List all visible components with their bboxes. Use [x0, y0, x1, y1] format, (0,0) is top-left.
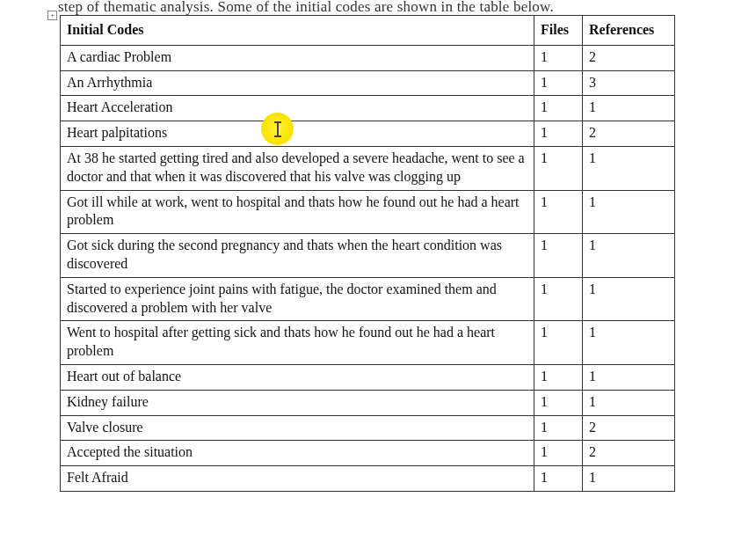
- cell-code: Got ill while at work, went to hospital …: [61, 190, 534, 234]
- cell-files: 1: [534, 121, 583, 147]
- cell-files: 1: [534, 415, 583, 441]
- cell-references: 1: [583, 390, 675, 415]
- cell-code: Heart palpitations: [61, 121, 534, 147]
- header-files: Files: [534, 16, 583, 46]
- table-row: Started to experience joint pains with f…: [61, 277, 675, 321]
- cell-files: 1: [534, 45, 583, 70]
- cell-code: Valve closure: [61, 415, 534, 441]
- cell-references: 1: [583, 364, 675, 390]
- cell-code: An Arrhythmia: [61, 70, 534, 96]
- cell-files: 1: [534, 96, 583, 121]
- expand-collapse-icon[interactable]: +: [47, 11, 57, 20]
- cell-code: Kidney failure: [61, 390, 534, 415]
- cell-references: 1: [583, 146, 675, 190]
- cell-code: A cardiac Problem: [61, 45, 534, 70]
- cell-references: 2: [583, 441, 675, 466]
- cell-files: 1: [534, 190, 583, 234]
- cell-code: Heart out of balance: [61, 364, 534, 390]
- table-row: Accepted the situation12: [61, 441, 675, 466]
- table-header-row: Initial Codes Files References: [61, 16, 675, 46]
- cell-references: 2: [583, 415, 675, 441]
- cell-references: 1: [583, 96, 675, 121]
- table-row: Heart out of balance11: [61, 364, 675, 390]
- cell-code: Heart Acceleration: [61, 96, 534, 121]
- table-row: At 38 he started getting tired and also …: [61, 146, 675, 190]
- header-initial-codes: Initial Codes: [61, 16, 534, 46]
- cell-references: 2: [583, 121, 675, 147]
- table-row: Heart palpitations12: [61, 121, 675, 147]
- table-row: Kidney failure11: [61, 390, 675, 415]
- cell-code: Got sick during the second pregnancy and…: [61, 234, 534, 278]
- table-row: Heart Acceleration11: [61, 96, 675, 121]
- cell-references: 1: [583, 234, 675, 278]
- table-row: Got ill while at work, went to hospital …: [61, 190, 675, 234]
- cell-references: 1: [583, 321, 675, 365]
- cell-files: 1: [534, 390, 583, 415]
- table-row: A cardiac Problem12: [61, 45, 675, 70]
- cell-files: 1: [534, 234, 583, 278]
- cell-code: Felt Afraid: [61, 466, 534, 492]
- cell-files: 1: [534, 441, 583, 466]
- table-row: Felt Afraid11: [61, 466, 675, 492]
- table-row: An Arrhythmia13: [61, 70, 675, 96]
- table-row: Valve closure12: [61, 415, 675, 441]
- initial-codes-table: Initial Codes Files References A cardiac…: [60, 15, 675, 492]
- cell-references: 1: [583, 277, 675, 321]
- cell-code: Accepted the situation: [61, 441, 534, 466]
- cell-files: 1: [534, 146, 583, 190]
- cell-references: 1: [583, 466, 675, 492]
- cell-files: 1: [534, 321, 583, 365]
- cell-references: 1: [583, 190, 675, 234]
- cell-code: Started to experience joint pains with f…: [61, 277, 534, 321]
- table-row: Got sick during the second pregnancy and…: [61, 234, 675, 278]
- table-row: Went to hospital after getting sick and …: [61, 321, 675, 365]
- cell-references: 3: [583, 70, 675, 96]
- cell-files: 1: [534, 277, 583, 321]
- cell-references: 2: [583, 45, 675, 70]
- header-references: References: [583, 16, 675, 46]
- context-text-line: step of thematic analysis. Some of the i…: [58, 0, 554, 16]
- cell-code: At 38 he started getting tired and also …: [61, 146, 534, 190]
- cell-files: 1: [534, 70, 583, 96]
- cell-code: Went to hospital after getting sick and …: [61, 321, 534, 365]
- cell-files: 1: [534, 466, 583, 492]
- cell-files: 1: [534, 364, 583, 390]
